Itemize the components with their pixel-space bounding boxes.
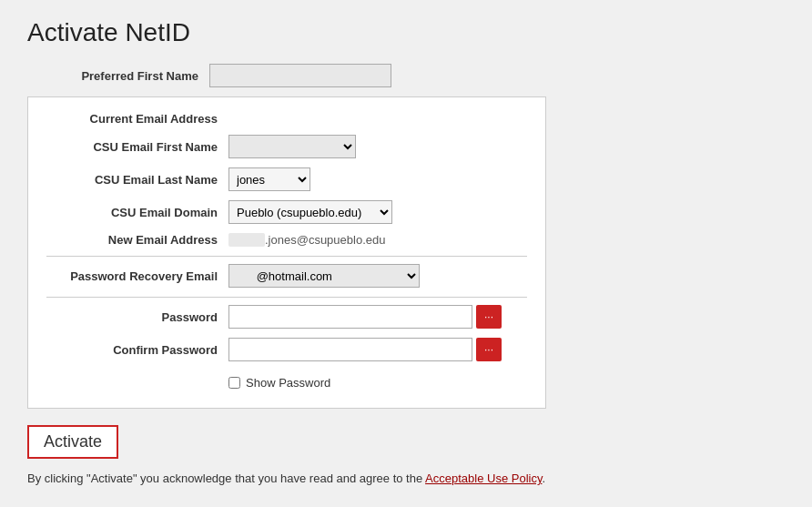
current-email-label: Current Email Address bbox=[46, 112, 228, 126]
password-recovery-label: Password Recovery Email bbox=[46, 269, 228, 283]
csu-email-first-name-label: CSU Email First Name bbox=[46, 140, 228, 154]
confirm-password-input[interactable] bbox=[228, 338, 472, 361]
new-email-suffix: .jones@csupueblo.edu bbox=[265, 233, 385, 247]
password-row: ··· bbox=[228, 305, 527, 329]
page-title: Activate NetID bbox=[27, 18, 785, 47]
csu-email-domain-label: CSU Email Domain bbox=[46, 206, 228, 219]
show-password-checkbox[interactable] bbox=[228, 377, 240, 389]
csu-email-last-name-label: CSU Email Last Name bbox=[46, 173, 228, 187]
new-email-prefix bbox=[228, 233, 265, 247]
preferred-first-name-label: Preferred First Name bbox=[27, 69, 209, 83]
acceptable-use-policy-link[interactable]: Acceptable Use Policy bbox=[425, 472, 542, 485]
new-email-value: .jones@csupueblo.edu bbox=[228, 233, 527, 247]
new-email-label: New Email Address bbox=[46, 233, 228, 247]
show-password-label[interactable]: Show Password bbox=[246, 376, 330, 390]
csu-email-first-name-select[interactable] bbox=[228, 135, 356, 158]
csu-email-last-name-select[interactable]: jones bbox=[228, 167, 310, 191]
confirm-password-label: Confirm Password bbox=[46, 343, 228, 357]
confirm-password-row: ··· bbox=[228, 338, 527, 361]
password-label: Password bbox=[46, 310, 228, 324]
confirm-password-toggle-button[interactable]: ··· bbox=[476, 338, 502, 361]
password-toggle-button[interactable]: ··· bbox=[476, 305, 502, 329]
footer-suffix: . bbox=[542, 472, 545, 485]
footer-text: By clicking "Activate" you acknowledge t… bbox=[27, 472, 573, 485]
show-password-row: Show Password bbox=[228, 370, 527, 393]
password-recovery-select[interactable]: @hotmail.com bbox=[228, 264, 420, 288]
activate-button[interactable]: Activate bbox=[27, 425, 118, 459]
password-input[interactable] bbox=[228, 305, 472, 329]
footer-prefix: By clicking "Activate" you acknowledge t… bbox=[27, 472, 425, 485]
password-toggle-icon: ··· bbox=[484, 310, 493, 323]
csu-email-domain-select[interactable]: Pueblo (csupueblo.edu) bbox=[228, 200, 392, 224]
email-section-card: Current Email Address CSU Email First Na… bbox=[27, 96, 546, 409]
confirm-password-toggle-icon: ··· bbox=[484, 343, 493, 356]
preferred-first-name-input[interactable] bbox=[209, 64, 391, 87]
